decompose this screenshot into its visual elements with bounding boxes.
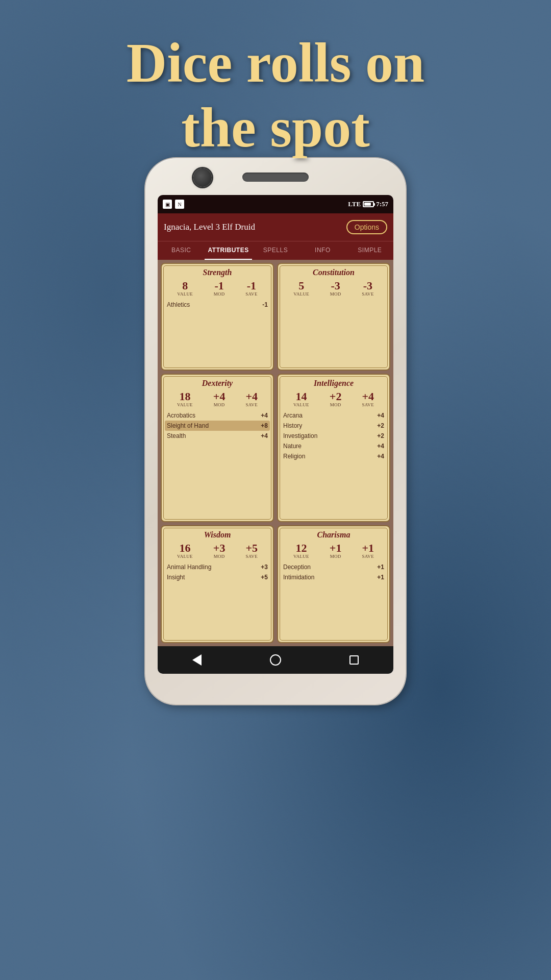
charisma-save-label: Save	[362, 554, 374, 559]
tab-attributes[interactable]: ATTRIBUTES	[205, 241, 252, 260]
constitution-value-col: 5 Value	[293, 280, 309, 297]
dexterity-save: +4	[245, 391, 258, 402]
skill-acrobatics-name: Acrobatics	[167, 412, 195, 419]
skill-stealth[interactable]: Stealth +4	[167, 431, 268, 441]
options-button[interactable]: Options	[346, 220, 387, 234]
skill-animal-handling-value: +3	[261, 564, 268, 571]
charisma-title: Charisma	[283, 530, 384, 540]
constitution-save-col: -3 Save	[362, 280, 374, 297]
dexterity-save-label: Save	[245, 402, 258, 407]
attributes-grid: Strength 8 Value -1 Mod -1	[158, 260, 393, 646]
headline-line2: the spot	[181, 96, 370, 159]
back-button[interactable]	[189, 652, 205, 668]
skill-nature-value: +4	[377, 443, 384, 450]
tab-simple[interactable]: SIMPLE	[346, 241, 393, 260]
skill-investigation-value: +2	[377, 432, 384, 439]
wisdom-value: 16	[177, 543, 193, 554]
skill-religion[interactable]: Religion +4	[283, 451, 384, 461]
skill-nature-name: Nature	[283, 443, 302, 450]
skill-animal-handling-name: Animal Handling	[167, 564, 211, 571]
notification-icon: ▣	[163, 200, 172, 209]
home-button[interactable]	[268, 652, 283, 668]
skill-deception-name: Deception	[283, 564, 311, 571]
skill-intimidation-name: Intimidation	[283, 574, 314, 581]
strength-card[interactable]: Strength 8 Value -1 Mod -1	[161, 263, 274, 371]
dexterity-card[interactable]: Dexterity 18 Value +4 Mod +4	[161, 374, 274, 522]
back-icon	[192, 654, 202, 666]
intelligence-mod-label: Mod	[330, 402, 342, 407]
dexterity-title: Dexterity	[167, 379, 268, 388]
constitution-mod-label: Mod	[330, 291, 341, 297]
wisdom-card[interactable]: Wisdom 16 Value +3 Mod +5	[161, 525, 274, 643]
intelligence-stats: 14 Value +2 Mod +4 Save	[283, 391, 384, 407]
dexterity-mod-col: +4 Mod	[213, 391, 226, 407]
skill-arcana-name: Arcana	[283, 412, 303, 419]
recents-icon	[349, 655, 359, 665]
wisdom-save-label: Save	[245, 554, 258, 559]
skill-animal-handling[interactable]: Animal Handling +3	[167, 562, 268, 572]
intelligence-value-col: 14 Value	[293, 391, 309, 407]
strength-value-col: 8 Value	[177, 280, 193, 297]
intelligence-save: +4	[362, 391, 374, 402]
charisma-save: +1	[362, 543, 374, 554]
skill-deception[interactable]: Deception +1	[283, 562, 384, 572]
intelligence-card[interactable]: Intelligence 14 Value +2 Mod +4	[277, 374, 390, 522]
constitution-mod-col: -3 Mod	[330, 280, 341, 297]
wisdom-mod: +3	[213, 543, 226, 554]
skill-acrobatics-value: +4	[261, 412, 268, 419]
phone-screen: ▣ N LTE 7:57 Ignacia, Level 3 Elf Druid …	[158, 195, 393, 674]
skill-intimidation[interactable]: Intimidation +1	[283, 572, 384, 582]
recents-button[interactable]	[346, 652, 362, 668]
dexterity-value: 18	[177, 391, 193, 402]
character-header: Ignacia, Level 3 Elf Druid Options	[158, 213, 393, 241]
skill-insight[interactable]: Insight +5	[167, 572, 268, 582]
charisma-stats: 12 Value +1 Mod +1 Save	[283, 543, 384, 559]
constitution-value: 5	[293, 280, 309, 291]
skill-stealth-value: +4	[261, 432, 268, 439]
signal-label: LTE	[348, 200, 361, 208]
charisma-value: 12	[293, 543, 309, 554]
skill-sleight-of-hand[interactable]: Sleight of Hand +8	[165, 421, 270, 431]
charisma-mod: +1	[330, 543, 342, 554]
charisma-save-col: +1 Save	[362, 543, 374, 559]
strength-save-col: -1 Save	[245, 280, 258, 297]
skill-acrobatics[interactable]: Acrobatics +4	[167, 410, 268, 421]
skill-investigation-name: Investigation	[283, 432, 317, 439]
skill-history[interactable]: History +2	[283, 421, 384, 431]
tab-basic[interactable]: BASIC	[158, 241, 205, 260]
strength-mod: -1	[214, 280, 225, 291]
wisdom-title: Wisdom	[167, 530, 268, 540]
skill-nature[interactable]: Nature +4	[283, 441, 384, 451]
dexterity-mod-label: Mod	[213, 402, 226, 407]
strength-value: 8	[177, 280, 193, 291]
dexterity-mod: +4	[213, 391, 226, 402]
constitution-card[interactable]: Constitution 5 Value -3 Mod -3	[277, 263, 390, 371]
headline-line1: Dice rolls on	[127, 32, 425, 94]
tab-info[interactable]: INFO	[299, 241, 346, 260]
charisma-card[interactable]: Charisma 12 Value +1 Mod +1	[277, 525, 390, 643]
skill-religion-name: Religion	[283, 453, 305, 460]
wisdom-save: +5	[245, 543, 258, 554]
constitution-title: Constitution	[283, 268, 384, 277]
wisdom-save-col: +5 Save	[245, 543, 258, 559]
skill-arcana-value: +4	[377, 412, 384, 419]
status-left-icons: ▣ N	[163, 200, 184, 209]
dexterity-value-label: Value	[177, 402, 193, 407]
constitution-save-label: Save	[362, 291, 374, 297]
dexterity-save-col: +4 Save	[245, 391, 258, 407]
skill-stealth-name: Stealth	[167, 432, 186, 439]
skill-religion-value: +4	[377, 453, 384, 460]
app-icon: N	[175, 200, 184, 209]
wisdom-value-col: 16 Value	[177, 543, 193, 559]
skill-investigation[interactable]: Investigation +2	[283, 431, 384, 441]
skill-insight-value: +5	[261, 574, 268, 581]
wisdom-stats: 16 Value +3 Mod +5 Save	[167, 543, 268, 559]
skill-athletics-name: Athletics	[167, 301, 190, 308]
skill-intimidation-value: +1	[377, 574, 384, 581]
skill-athletics-value: -1	[262, 301, 268, 308]
wisdom-mod-label: Mod	[213, 554, 226, 559]
skill-insight-name: Insight	[167, 574, 185, 581]
tab-spells[interactable]: SPELLS	[252, 241, 299, 260]
skill-arcana[interactable]: Arcana +4	[283, 410, 384, 421]
skill-athletics[interactable]: Athletics -1	[167, 300, 268, 310]
